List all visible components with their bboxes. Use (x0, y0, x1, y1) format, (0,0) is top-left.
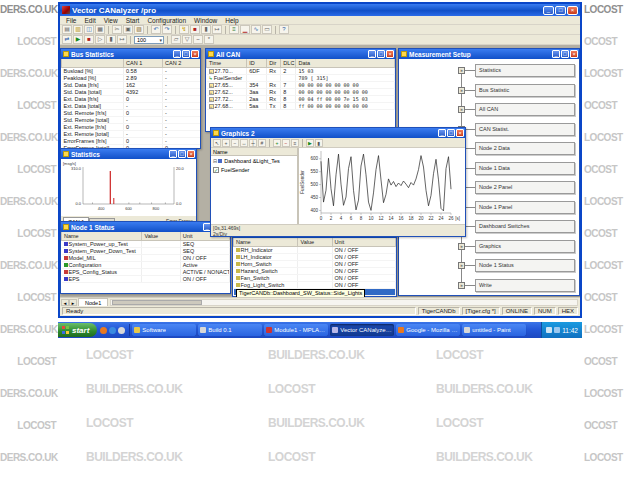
close-button[interactable]: × (386, 50, 394, 58)
pause-icon[interactable]: ▮ (315, 139, 323, 147)
trace-row[interactable]: +27.62...3aaRx800 00 00 00 00 00 00 00 (207, 89, 395, 96)
minimize-button[interactable]: _ (438, 129, 446, 137)
add-signal-icon[interactable]: + (273, 139, 281, 147)
zoom-out-icon[interactable]: − (231, 139, 239, 147)
close-button[interactable]: × (567, 6, 578, 15)
paste-icon[interactable]: ▨ (134, 25, 144, 34)
bus-statistics-titlebar[interactable]: Bus Statistics _□× (61, 49, 200, 59)
remove-signal-icon[interactable]: − (282, 139, 290, 147)
function-block-dashboard-switches[interactable]: Dashboard Switches (475, 220, 575, 233)
column-header[interactable]: Unit (332, 238, 395, 246)
redo-icon[interactable]: ↷ (162, 25, 172, 34)
column-header[interactable]: Data (296, 59, 395, 67)
grid-icon[interactable]: # (258, 139, 266, 147)
column-header[interactable] (62, 59, 124, 67)
function-block-bus-statistic[interactable]: Bus Statistic (475, 84, 575, 97)
node-status-row[interactable]: EPSON / OFF (62, 275, 230, 282)
column-header[interactable]: DLC (281, 59, 296, 67)
break-icon[interactable]: ▮ (201, 25, 211, 34)
step2-icon[interactable]: ↦ (117, 35, 127, 44)
function-block-all-can[interactable]: All CAN (475, 103, 575, 116)
measure-icon[interactable]: ┼ (249, 139, 257, 147)
quick-launch-firefox-icon[interactable] (100, 327, 107, 334)
start-measurement-icon[interactable]: ↯ (179, 25, 189, 34)
column-header[interactable]: Value (142, 232, 180, 240)
trace-row[interactable]: +27.65...354Rx700 00 00 00 00 00 00 (207, 82, 395, 89)
column-header[interactable]: CAN 2 (163, 59, 201, 67)
tab-scroll-left-button[interactable]: ◄ (61, 299, 69, 306)
maximize-button[interactable]: □ (377, 50, 385, 58)
insert-node[interactable]: » (458, 243, 465, 250)
node-status-row[interactable]: System_Power_up_TestSEQ (62, 240, 230, 247)
dashboard-row[interactable]: LH_IndicatorON / OFF (234, 253, 396, 260)
signal-list-header[interactable]: Name (211, 148, 297, 156)
function-block-node-2-data[interactable]: Node 2 Data (475, 142, 575, 155)
cut-icon[interactable]: ✂ (112, 25, 122, 34)
start-button[interactable]: start (58, 323, 97, 337)
column-header[interactable]: CAN 1 (124, 59, 163, 67)
insert-node[interactable]: » (458, 106, 465, 113)
measurement-setup-titlebar[interactable]: Measurement Setup _□× (399, 49, 579, 59)
column-header[interactable]: Name (62, 232, 142, 240)
menu-edit[interactable]: Edit (80, 16, 99, 25)
help-icon[interactable]: ? (279, 25, 289, 34)
menu-view[interactable]: View (100, 16, 122, 25)
tray-volume-icon[interactable] (546, 327, 552, 333)
column-header[interactable]: Time (207, 59, 247, 67)
minimize-button[interactable]: _ (552, 50, 560, 58)
taskbar-button[interactable]: untitled - Paint (462, 324, 526, 336)
save-icon[interactable]: ◫ (84, 25, 94, 34)
signal-list-icon[interactable]: ≡ (291, 139, 299, 147)
graphics-window-icon[interactable]: ∿ (251, 25, 261, 34)
dashboard-row[interactable]: Hazard_SwitchON / OFF (234, 267, 396, 274)
trace-window-icon[interactable]: ≡ (229, 25, 239, 34)
print-icon[interactable]: ▦ (95, 25, 105, 34)
menu-configuration[interactable]: Configuration (143, 16, 190, 25)
node-status-row[interactable]: Model_MILON / OFF (62, 254, 230, 261)
close-button[interactable]: × (187, 150, 195, 158)
animate-icon[interactable]: ▷ (95, 35, 105, 44)
insert-node[interactable]: » (458, 282, 465, 289)
function-block-can-statist-[interactable]: CAN Statist. (475, 123, 575, 136)
expand-icon[interactable]: ⊟ (213, 158, 217, 164)
trace-titlebar[interactable]: All CAN _□× (206, 49, 395, 59)
zoom-fit-icon[interactable]: ↔ (240, 139, 248, 147)
menu-window[interactable]: Window (190, 16, 221, 25)
trace-row[interactable]: +27.72...2aaRx800 04 ff 00 00 7e 15 03 (207, 96, 395, 103)
tree-group[interactable]: ⊟Dashboard &Light_Tes (211, 156, 297, 165)
function-block-node-2-panel[interactable]: Node 2 Panel (475, 181, 575, 194)
tab-scroll-right-button[interactable]: ► (69, 299, 77, 306)
trace-row[interactable]: +27.70...6DFRx215 03 (207, 67, 395, 74)
insert-node[interactable]: » (458, 87, 465, 94)
fuelsender-chart[interactable]: 60055050045040002468101214161820222426[s… (299, 148, 465, 224)
maximize-button[interactable]: □ (182, 50, 190, 58)
insert-node[interactable]: » (458, 67, 465, 74)
node-status-titlebar[interactable]: Node 1 Status _□× (61, 222, 230, 232)
dashboard-row[interactable]: Fog_Light_SwitchON / OFF (234, 281, 396, 288)
close-button[interactable]: × (456, 129, 464, 137)
write-window-icon[interactable]: ▭ (262, 25, 272, 34)
maximize-button[interactable]: □ (555, 6, 566, 15)
clock[interactable]: 11:42 (562, 327, 578, 334)
online-offline-icon[interactable]: ⇄ (62, 35, 72, 44)
taskbar-button[interactable]: Google - Mozilla Firefox (396, 324, 460, 336)
dashboard-row[interactable]: Fan_SwitchON / OFF (234, 274, 396, 281)
node-status-row[interactable]: System_Power_Down_TestSEQ (62, 247, 230, 254)
tray-network-icon[interactable] (554, 327, 560, 333)
node-status-row[interactable]: EPS_Config_StatusACTIVE / NONACTIVE (62, 268, 230, 275)
column-header[interactable]: Dir (267, 59, 281, 67)
trace-row[interactable]: +27.68...5aaTx8ff 00 00 00 00 00 00 00 (207, 103, 395, 110)
insert-node[interactable]: » (458, 262, 465, 269)
menu-start[interactable]: Start (122, 16, 144, 25)
signal-checkbox[interactable]: ✓ (213, 167, 219, 173)
select-icon[interactable]: ↖ (213, 139, 221, 147)
taskbar-button[interactable]: Vector CANalyzer /pro (330, 324, 394, 336)
function-block-statistics[interactable]: Statistics (475, 64, 575, 77)
undo-icon[interactable]: ↶ (151, 25, 161, 34)
column-header[interactable]: Value (298, 238, 332, 246)
node-status-row[interactable]: ConfigurationActive (62, 261, 230, 268)
stop-icon[interactable]: ■ (84, 35, 94, 44)
maximize-button[interactable]: □ (447, 129, 455, 137)
function-block-write[interactable]: Write (475, 279, 575, 292)
minimize-button[interactable]: _ (173, 50, 181, 58)
